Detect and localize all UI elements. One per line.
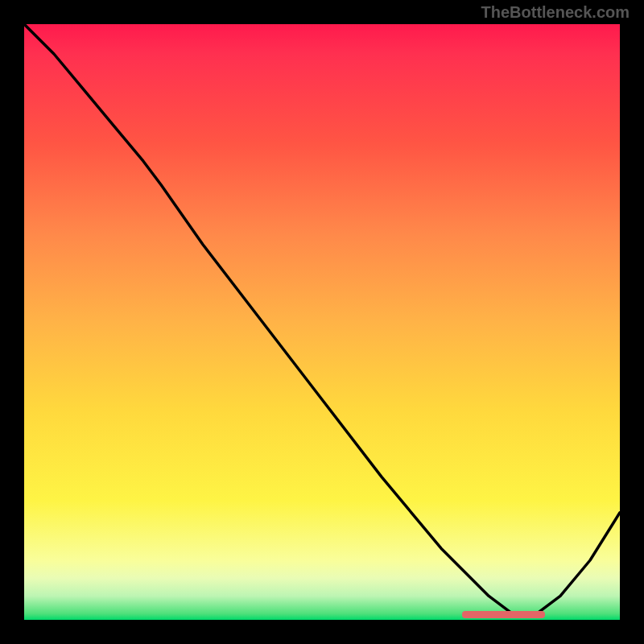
watermark-text: TheBottleneck.com xyxy=(481,3,630,22)
chart-plot-area xyxy=(24,24,620,620)
bottleneck-curve xyxy=(24,24,620,620)
optimal-range-marker xyxy=(462,611,546,618)
